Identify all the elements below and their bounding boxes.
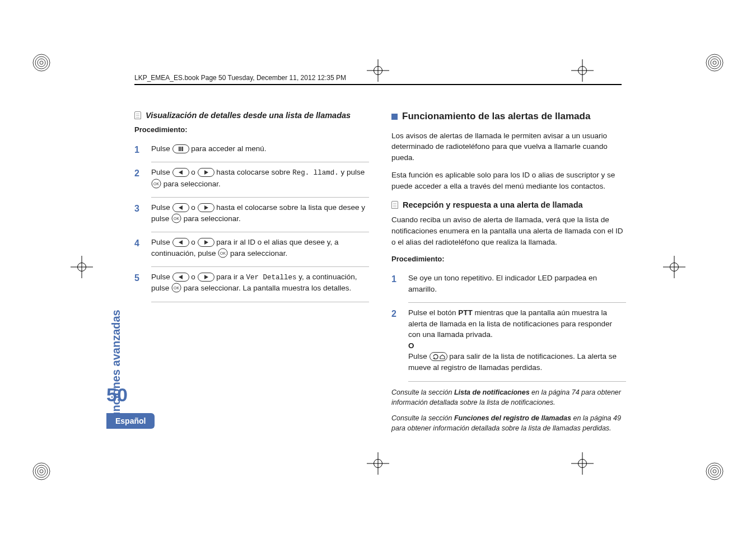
step-divider — [151, 197, 369, 198]
svg-rect-19 — [182, 147, 183, 151]
nav-right-key-icon — [198, 238, 214, 247]
page-number: 50 — [106, 384, 128, 406]
menu-path-text: Ver Detalles — [246, 274, 297, 282]
left-column: Visualización de detalles desde una list… — [134, 110, 369, 433]
svg-text:OK: OK — [174, 286, 179, 290]
nav-left-key-icon — [172, 203, 189, 212]
r-step-1: 1 Se oye un tono repetitivo. El indicado… — [391, 270, 626, 300]
left-heading: Visualización de detalles desde una list… — [134, 110, 369, 121]
running-head: LKP_EMEA_ES.book Page 50 Tuesday, Decemb… — [134, 74, 622, 85]
print-crosshair — [571, 452, 594, 475]
step-divider — [151, 266, 369, 267]
step-body: Pulse el botón PTT mientras que la panta… — [408, 307, 626, 376]
step-body: Pulse o hasta el colocarse sobre la list… — [151, 202, 369, 227]
step-number: 1 — [391, 273, 400, 285]
step-number: 2 — [134, 167, 143, 180]
print-registration-mark — [31, 53, 52, 73]
heading-bullet-icon — [391, 114, 398, 120]
right-main-heading: Funcionamiento de las alertas de llamada — [391, 110, 626, 124]
svg-point-3 — [40, 61, 43, 64]
print-registration-mark — [704, 53, 725, 73]
svg-point-6 — [711, 59, 718, 67]
svg-text:OK: OK — [220, 251, 226, 255]
svg-text:OK: OK — [153, 182, 159, 186]
left-heading-text: Visualización de detalles desde una list… — [146, 111, 351, 120]
ok-key-icon: OK — [218, 248, 228, 258]
step-3: 3 Pulse o hasta el colocarse sobre la li… — [134, 200, 369, 229]
nav-right-key-icon — [198, 203, 214, 212]
nav-left-key-icon — [172, 238, 189, 247]
svg-point-4 — [706, 54, 723, 71]
right-sub-heading-text: Recepción y respuesta a una alerta de ll… — [403, 200, 583, 209]
svg-point-9 — [35, 465, 48, 477]
svg-point-13 — [708, 465, 721, 477]
running-head-text: LKP_EMEA_ES.book Page 50 Tuesday, Decemb… — [134, 74, 346, 82]
content-area: Visualización de detalles desde una list… — [134, 110, 626, 433]
right-main-heading-text: Funcionamiento de las alertas de llamada — [402, 111, 590, 121]
step-number: 5 — [134, 271, 143, 284]
right-column: Funcionamiento de las alertas de llamada… — [391, 110, 626, 433]
footnote-1: Consulte la sección Lista de notificacio… — [391, 387, 626, 407]
step-divider — [151, 232, 369, 232]
print-registration-mark — [31, 461, 52, 481]
step-divider — [151, 302, 369, 302]
paragraph: Cuando reciba un aviso de alerta de llam… — [391, 214, 626, 247]
svg-text:OK: OK — [174, 217, 179, 221]
svg-point-11 — [40, 470, 43, 473]
svg-point-8 — [33, 463, 50, 480]
step-number: 2 — [391, 307, 400, 320]
print-registration-mark — [704, 461, 725, 481]
ok-key-icon: OK — [171, 283, 181, 293]
ptt-label: PTT — [458, 308, 473, 317]
right-steps: 1 Se oye un tono repetitivo. El indicado… — [391, 270, 626, 382]
nav-left-key-icon — [172, 273, 189, 282]
ok-key-icon: OK — [151, 179, 161, 189]
svg-point-0 — [33, 54, 50, 71]
step-divider — [408, 381, 626, 382]
footnote-ref: Funciones del registro de llamadas — [454, 414, 571, 422]
step-1: 1 Pulse para acceder al menú. — [134, 141, 369, 160]
svg-rect-17 — [179, 147, 180, 151]
footnote-ref: Lista de notificaciones — [454, 388, 530, 396]
r-step-2: 2 Pulse el botón PTT mientras que la pan… — [391, 305, 626, 378]
step-number: 4 — [134, 237, 143, 250]
svg-point-12 — [706, 463, 723, 480]
left-steps: 1 Pulse para acceder al menú. 2 Pulse o … — [134, 141, 369, 302]
print-crosshair — [663, 256, 685, 278]
step-body: Pulse o hasta colocarse sobre Reg. llamd… — [151, 167, 369, 193]
step-body: Pulse para acceder al menú. — [151, 143, 369, 158]
svg-point-2 — [38, 59, 45, 67]
svg-point-10 — [38, 467, 45, 475]
menu-path-text: Reg. llamd. — [292, 169, 339, 177]
step-body: Pulse o para ir a Ver Detalles y, a cont… — [151, 271, 369, 297]
paragraph: Los avisos de alertas de llamada le perm… — [391, 130, 626, 163]
step-number: 3 — [134, 202, 143, 215]
ok-key-icon: OK — [171, 213, 181, 223]
step-body: Se oye un tono repetitivo. El indicador … — [408, 273, 626, 298]
back-home-key-icon — [430, 352, 447, 361]
footnote-2: Consulte la sección Funciones del regist… — [391, 413, 626, 433]
svg-point-1 — [35, 57, 48, 69]
doc-icon — [391, 201, 398, 209]
step-number: 1 — [134, 143, 143, 156]
menu-key-icon — [172, 144, 189, 153]
step-body: Pulse o para ir al ID o el alias que des… — [151, 237, 369, 262]
step-2: 2 Pulse o hasta colocarse sobre Reg. lla… — [134, 165, 369, 195]
svg-rect-18 — [180, 147, 181, 151]
step-5: 5 Pulse o para ir a Ver Detalles y, a co… — [134, 269, 369, 299]
svg-point-7 — [713, 61, 716, 64]
svg-point-14 — [711, 467, 718, 475]
svg-point-5 — [708, 57, 721, 69]
doc-icon — [134, 111, 141, 119]
nav-right-key-icon — [198, 168, 214, 177]
print-crosshair — [367, 452, 389, 475]
paragraph: Esta función es aplicable solo para los … — [391, 170, 626, 191]
print-crosshair — [71, 256, 93, 278]
nav-left-key-icon — [172, 168, 189, 177]
right-sub-heading: Recepción y respuesta a una alerta de ll… — [391, 199, 626, 211]
step-4: 4 Pulse o para ir al ID o el alias que d… — [134, 235, 369, 264]
svg-point-15 — [713, 470, 716, 473]
step-divider — [408, 302, 626, 303]
procedure-label: Procedimiento: — [134, 125, 369, 135]
running-head-rule — [134, 84, 622, 85]
